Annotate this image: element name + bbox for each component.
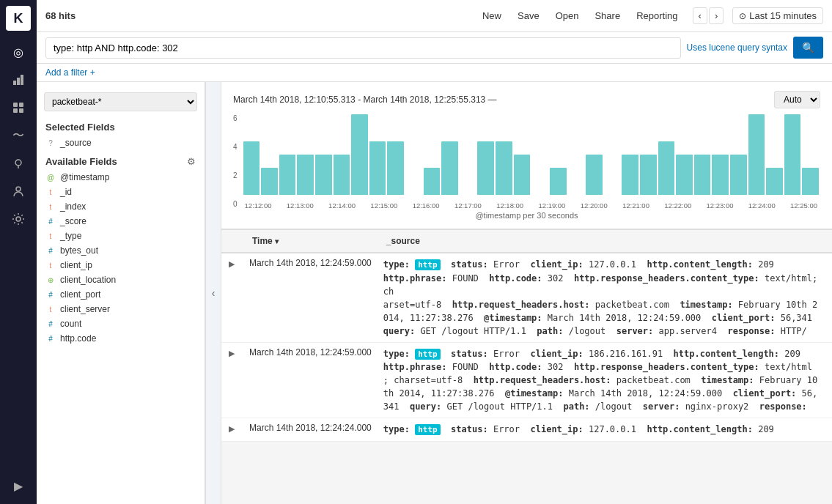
row-expand-button[interactable]: ▶ — [227, 258, 236, 270]
next-button[interactable]: › — [709, 7, 724, 24]
field-type-geo-icon: ⊕ — [45, 276, 56, 284]
field-type-row[interactable]: t _type — [37, 229, 205, 243]
chart-bar[interactable] — [279, 155, 296, 195]
selected-field-source[interactable]: ? _source — [37, 136, 205, 150]
results-table: Time ▾ _source ▶ March 14th 2018, 12:24:… — [221, 229, 832, 442]
content-area: packetbeat-* Selected Fields ? _source A… — [37, 82, 832, 504]
chart-bar[interactable] — [496, 141, 512, 195]
field-type-t-icon: t — [45, 232, 56, 240]
chart-bar[interactable] — [477, 141, 494, 195]
table-row: ▶ March 14th 2018, 12:24:24.000 type: ht… — [221, 418, 832, 442]
field-id[interactable]: t _id — [37, 185, 205, 199]
new-button[interactable]: New — [476, 7, 507, 24]
field-count[interactable]: # count — [37, 316, 205, 331]
app-logo[interactable]: K — [6, 6, 31, 31]
search-button[interactable]: 🔍 — [793, 37, 823, 59]
interval-select[interactable]: Auto — [774, 91, 820, 108]
field-name: _type — [60, 231, 81, 241]
add-filter-link[interactable]: Add a filter + — [45, 67, 95, 78]
chart-bar[interactable] — [694, 155, 711, 195]
chart-bar[interactable] — [802, 168, 819, 195]
col-source[interactable]: _source — [378, 230, 832, 253]
y-label-2: 2 — [233, 171, 238, 179]
chart-bar[interactable] — [334, 155, 350, 195]
field-client-server[interactable]: t client_server — [37, 302, 205, 316]
chart-bar[interactable] — [658, 141, 675, 195]
field-name: bytes_out — [60, 245, 98, 256]
nav-arrows: ‹ › — [693, 7, 724, 24]
index-pattern-selector[interactable]: packetbeat-* — [44, 92, 197, 111]
field-type-t-icon: t — [45, 262, 56, 270]
search-input[interactable] — [45, 37, 681, 59]
chart-bar[interactable] — [550, 168, 567, 195]
selected-fields-title: Selected Fields — [37, 116, 205, 136]
chart-bar[interactable] — [712, 155, 729, 195]
chart-bar[interactable] — [640, 155, 657, 195]
chart-bar[interactable] — [766, 168, 783, 195]
share-button[interactable]: Share — [589, 7, 626, 24]
field-type-at-icon: @ — [45, 174, 56, 182]
field-timestamp[interactable]: @ @timestamp — [37, 170, 205, 185]
chart-bar[interactable] — [351, 114, 368, 195]
sidebar-collapse-toggle[interactable]: ‹ — [205, 82, 221, 504]
chart-bar[interactable] — [586, 155, 603, 195]
chart-bar[interactable] — [297, 155, 314, 195]
y-label-6: 6 — [233, 114, 238, 122]
chart-bar[interactable] — [748, 114, 765, 195]
field-http-code[interactable]: # http.code — [37, 331, 205, 346]
reporting-button[interactable]: Reporting — [630, 7, 683, 24]
row-expand-button[interactable]: ▶ — [227, 423, 236, 435]
index-select[interactable]: packetbeat-* — [44, 92, 197, 111]
chart-bar[interactable] — [622, 155, 638, 195]
http-badge: http — [415, 259, 441, 270]
nav-visualize[interactable] — [6, 67, 31, 92]
nav-play[interactable]: ▶ — [6, 473, 31, 498]
field-client-location[interactable]: ⊕ client_location — [37, 273, 205, 287]
chart-bar[interactable] — [730, 155, 747, 195]
chart-bar[interactable] — [514, 155, 531, 195]
field-type-t-icon: t — [45, 188, 56, 196]
gear-icon[interactable]: ⚙ — [187, 156, 196, 167]
chart-bar[interactable] — [784, 114, 801, 195]
field-client-port[interactable]: # client_port — [37, 287, 205, 302]
source-cell: type: http status: Error client_ip: 127.… — [378, 253, 832, 342]
chart-bar[interactable] — [261, 168, 278, 195]
field-name: _source — [60, 138, 92, 148]
col-time[interactable]: Time ▾ — [243, 230, 378, 253]
field-type-t-icon: t — [45, 203, 56, 211]
nav-settings[interactable] — [6, 207, 31, 231]
chart-bar[interactable] — [315, 155, 332, 195]
chart-bar[interactable] — [387, 141, 404, 195]
field-bytes-out[interactable]: # bytes_out — [37, 243, 205, 258]
field-name: client_location — [60, 275, 116, 285]
chart-bar[interactable] — [424, 168, 441, 195]
lucene-hint[interactable]: Uses lucene query syntax — [687, 42, 787, 53]
chart-bar[interactable] — [676, 155, 693, 195]
time-range-picker[interactable]: ⊙ Last 15 minutes — [732, 7, 823, 24]
x-axis-labels: 12:12:00 12:13:00 12:14:00 12:15:00 12:1… — [242, 201, 820, 210]
chart-bar[interactable] — [243, 141, 260, 195]
nav-maps[interactable] — [6, 151, 31, 176]
http-badge: http — [415, 349, 441, 360]
row-expand-button[interactable]: ▶ — [227, 347, 236, 360]
nav-dashboard[interactable] — [6, 95, 31, 120]
field-name: http.code — [60, 333, 96, 344]
field-name: client_server — [60, 304, 110, 314]
field-index[interactable]: t _index — [37, 199, 205, 214]
source-cell: type: http status: Error client_ip: 127.… — [378, 418, 832, 442]
field-score[interactable]: # _score — [37, 214, 205, 229]
x-axis-title: @timestamp per 30 seconds — [233, 211, 820, 220]
chart-time-range: March 14th 2018, 12:10:55.313 - March 14… — [233, 94, 497, 105]
time-cell: March 14th 2018, 12:24:59.000 — [243, 342, 378, 418]
open-button[interactable]: Open — [550, 7, 585, 24]
nav-user[interactable] — [6, 179, 31, 204]
field-client-ip[interactable]: t client_ip — [37, 258, 205, 273]
field-type-hash-icon: # — [45, 247, 56, 255]
prev-button[interactable]: ‹ — [693, 7, 707, 24]
nav-timelion[interactable]: 〜 — [6, 123, 31, 148]
chart-bar[interactable] — [369, 141, 386, 195]
chart-bar[interactable] — [441, 141, 458, 195]
y-label-4: 4 — [233, 143, 238, 151]
nav-discover[interactable]: ◎ — [6, 40, 31, 64]
save-button[interactable]: Save — [512, 7, 545, 24]
